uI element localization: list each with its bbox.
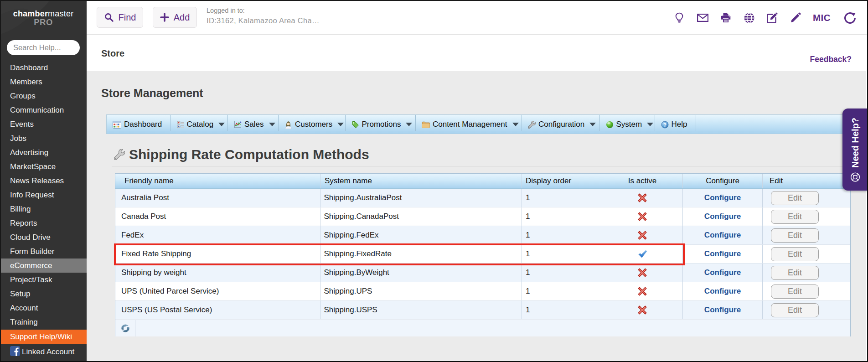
svg-text:?: ? xyxy=(663,122,666,127)
